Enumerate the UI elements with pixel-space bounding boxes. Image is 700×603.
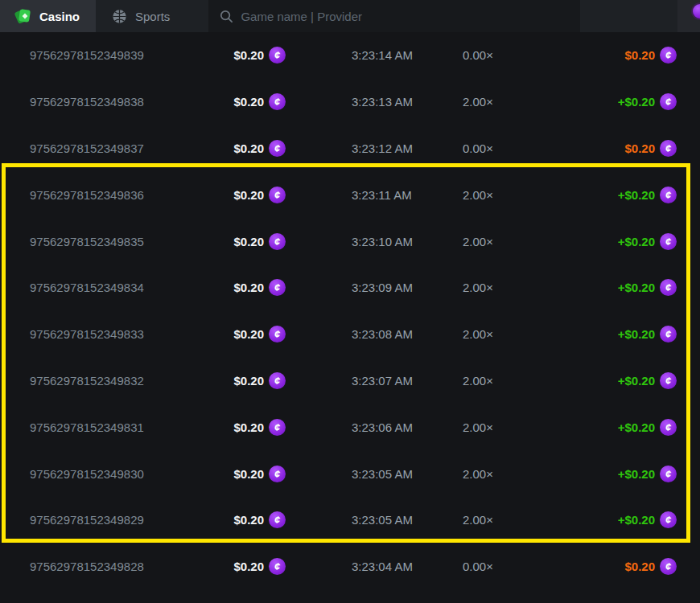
bet-id: 97562978152349830 bbox=[30, 467, 228, 481]
bet-payout-value: +$0.20 bbox=[618, 95, 655, 109]
bet-amount-value: $0.20 bbox=[233, 420, 264, 434]
bet-payout: $0.20 ¢ bbox=[559, 140, 677, 157]
bet-payout: +$0.20 ¢ bbox=[559, 372, 677, 389]
bet-payout-value: +$0.20 bbox=[618, 281, 655, 294]
coin-icon: ¢ bbox=[269, 419, 286, 436]
bet-id: 97562978152349831 bbox=[30, 420, 228, 434]
coin-icon: ¢ bbox=[269, 279, 286, 296]
coin-icon: ¢ bbox=[269, 93, 286, 110]
bet-amount: $0.20 ¢ bbox=[228, 511, 352, 528]
bet-id: 97562978152349829 bbox=[30, 513, 228, 527]
tab-casino[interactable]: Casino bbox=[0, 0, 96, 32]
table-row[interactable]: 97562978152349837 $0.20 ¢ 3:23:12 AM 0.0… bbox=[0, 125, 700, 172]
bet-time: 3:23:12 AM bbox=[352, 142, 463, 155]
coin-icon: ¢ bbox=[660, 372, 677, 389]
coin-icon: ¢ bbox=[660, 466, 677, 482]
search-bar[interactable] bbox=[208, 0, 580, 32]
bet-amount-value: $0.20 bbox=[233, 48, 264, 62]
bet-amount: $0.20 ¢ bbox=[228, 466, 352, 482]
bet-amount: $0.20 ¢ bbox=[228, 279, 352, 296]
bet-id: 97562978152349833 bbox=[30, 327, 228, 341]
bet-amount-value: $0.20 bbox=[233, 95, 264, 109]
bet-multiplier: 0.00× bbox=[463, 142, 559, 155]
search-input[interactable] bbox=[241, 10, 569, 23]
bet-time: 3:23:05 AM bbox=[352, 467, 463, 481]
bet-multiplier: 2.00× bbox=[463, 95, 559, 109]
coin-icon: ¢ bbox=[269, 233, 286, 250]
bet-id: 97562978152349835 bbox=[30, 235, 228, 248]
bet-payout: +$0.20 ¢ bbox=[559, 233, 677, 250]
bet-amount-value: $0.20 bbox=[233, 188, 264, 202]
bet-multiplier: 2.00× bbox=[463, 327, 559, 341]
bet-payout-value: +$0.20 bbox=[618, 513, 655, 527]
bet-history-table: 97562978152349839 $0.20 ¢ 3:23:14 AM 0.0… bbox=[0, 32, 700, 590]
table-row[interactable]: 97562978152349831 $0.20 ¢ 3:23:06 AM 2.0… bbox=[0, 404, 700, 450]
table-row[interactable]: 97562978152349833 $0.20 ¢ 3:23:08 AM 2.0… bbox=[0, 311, 700, 358]
bet-multiplier: 2.00× bbox=[463, 467, 559, 481]
bet-amount-value: $0.20 bbox=[233, 374, 264, 388]
bet-amount-value: $0.20 bbox=[233, 142, 264, 155]
bet-amount: $0.20 ¢ bbox=[228, 419, 352, 436]
bet-payout-value: +$0.20 bbox=[618, 327, 655, 341]
search-icon bbox=[220, 10, 233, 23]
tab-sports-label: Sports bbox=[135, 10, 170, 23]
bet-id: 97562978152349834 bbox=[30, 281, 228, 294]
bet-payout: +$0.20 ¢ bbox=[559, 93, 677, 110]
coin-icon: ¢ bbox=[269, 466, 286, 482]
bet-payout: +$0.20 ¢ bbox=[559, 279, 677, 296]
coin-icon: ¢ bbox=[660, 233, 677, 250]
table-row[interactable]: 97562978152349838 $0.20 ¢ 3:23:13 AM 2.0… bbox=[0, 79, 700, 125]
table-row[interactable]: 97562978152349839 $0.20 ¢ 3:23:14 AM 0.0… bbox=[0, 32, 700, 79]
bet-payout: +$0.20 ¢ bbox=[559, 466, 677, 482]
bet-id: 97562978152349828 bbox=[30, 560, 228, 573]
coin-icon: ¢ bbox=[269, 372, 286, 389]
basketball-icon bbox=[112, 9, 127, 24]
bet-amount: $0.20 ¢ bbox=[228, 47, 352, 64]
bet-multiplier: 2.00× bbox=[463, 281, 559, 294]
bet-time: 3:23:06 AM bbox=[352, 420, 463, 434]
bet-payout: +$0.20 ¢ bbox=[559, 511, 677, 528]
bet-time: 3:23:04 AM bbox=[352, 560, 463, 573]
coin-icon: ¢ bbox=[660, 326, 677, 343]
bet-id: 97562978152349839 bbox=[30, 48, 228, 62]
bet-payout-value: $0.20 bbox=[624, 560, 655, 573]
top-nav: Casino Sports bbox=[0, 0, 700, 32]
bet-multiplier: 2.00× bbox=[463, 420, 559, 434]
table-row[interactable]: 97562978152349829 $0.20 ¢ 3:23:05 AM 2.0… bbox=[0, 497, 700, 544]
bet-amount: $0.20 ¢ bbox=[228, 558, 352, 575]
table-row[interactable]: 97562978152349828 $0.20 ¢ 3:23:04 AM 0.0… bbox=[0, 544, 700, 590]
coin-icon: ¢ bbox=[269, 47, 286, 64]
bet-amount-value: $0.20 bbox=[233, 467, 264, 481]
balance-coin-icon[interactable] bbox=[691, 2, 700, 20]
coin-icon: ¢ bbox=[269, 558, 286, 575]
bet-multiplier: 0.00× bbox=[463, 48, 559, 62]
bet-amount-value: $0.20 bbox=[233, 235, 264, 248]
coin-icon: ¢ bbox=[269, 326, 286, 343]
bet-payout: $0.20 ¢ bbox=[559, 558, 677, 575]
table-row[interactable]: 97562978152349832 $0.20 ¢ 3:23:07 AM 2.0… bbox=[0, 358, 700, 404]
bet-multiplier: 0.00× bbox=[463, 560, 559, 573]
coin-icon: ¢ bbox=[269, 187, 286, 203]
coin-icon: ¢ bbox=[660, 140, 677, 157]
bet-amount-value: $0.20 bbox=[233, 281, 264, 294]
bet-time: 3:23:13 AM bbox=[352, 95, 463, 109]
bet-amount-value: $0.20 bbox=[233, 513, 264, 527]
bet-payout-value: +$0.20 bbox=[618, 420, 655, 434]
bet-amount: $0.20 ¢ bbox=[228, 372, 352, 389]
bet-multiplier: 2.00× bbox=[463, 513, 559, 527]
table-rows: 97562978152349839 $0.20 ¢ 3:23:14 AM 0.0… bbox=[0, 32, 700, 590]
bet-time: 3:23:14 AM bbox=[352, 48, 463, 62]
table-row[interactable]: 97562978152349830 $0.20 ¢ 3:23:05 AM 2.0… bbox=[0, 450, 700, 497]
bet-id: 97562978152349838 bbox=[30, 95, 228, 109]
table-row[interactable]: 97562978152349836 $0.20 ¢ 3:23:11 AM 2.0… bbox=[0, 171, 700, 218]
bet-time: 3:23:11 AM bbox=[352, 188, 463, 202]
coin-icon: ¢ bbox=[269, 511, 286, 528]
bet-amount-value: $0.20 bbox=[233, 560, 264, 573]
table-row[interactable]: 97562978152349834 $0.20 ¢ 3:23:09 AM 2.0… bbox=[0, 265, 700, 311]
coin-icon: ¢ bbox=[660, 558, 677, 575]
coin-icon: ¢ bbox=[269, 140, 286, 157]
table-row[interactable]: 97562978152349835 $0.20 ¢ 3:23:10 AM 2.0… bbox=[0, 218, 700, 265]
tab-sports[interactable]: Sports bbox=[96, 0, 186, 32]
bet-multiplier: 2.00× bbox=[463, 188, 559, 202]
coin-icon: ¢ bbox=[660, 419, 677, 436]
